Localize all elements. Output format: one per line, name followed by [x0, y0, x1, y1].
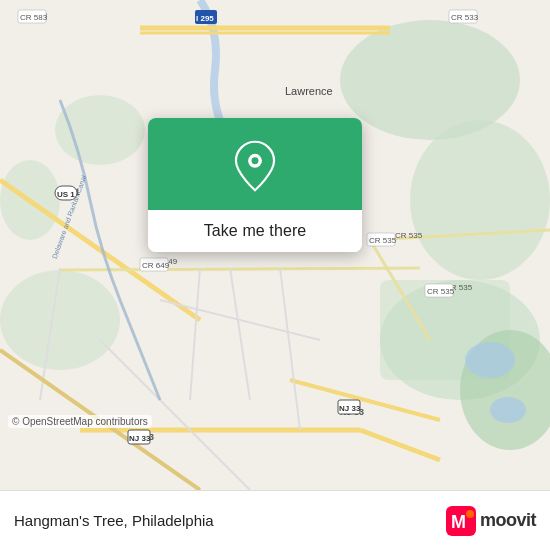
svg-point-57 [252, 157, 259, 164]
moovit-logo: M moovit [446, 506, 536, 536]
moovit-label: moovit [480, 510, 536, 531]
take-me-there-button[interactable]: Take me there [148, 210, 362, 252]
svg-text:I 295: I 295 [196, 14, 214, 23]
svg-text:CR 649: CR 649 [142, 261, 170, 270]
bottom-bar: Hangman's Tree, Philadelphia M moovit [0, 490, 550, 550]
svg-point-10 [490, 397, 526, 423]
svg-text:CR 535: CR 535 [369, 236, 397, 245]
svg-text:CR 535: CR 535 [427, 287, 455, 296]
svg-text:NJ 33: NJ 33 [129, 434, 151, 443]
location-pin-icon [229, 140, 281, 192]
map-container: I 295 US 1 CR 649 CR 535 CR 535 NJ 33 NJ… [0, 0, 550, 490]
moovit-logo-icon: M [446, 506, 476, 536]
svg-point-2 [410, 120, 550, 280]
svg-point-4 [0, 270, 120, 370]
svg-text:NJ 33: NJ 33 [339, 404, 361, 413]
osm-attribution-text: © OpenStreetMap contributors [12, 416, 148, 427]
svg-point-5 [55, 95, 145, 165]
svg-text:CR 533: CR 533 [451, 13, 479, 22]
svg-text:US 1: US 1 [57, 190, 75, 199]
svg-point-60 [466, 510, 474, 518]
osm-attribution: © OpenStreetMap contributors [8, 415, 152, 428]
svg-line-17 [60, 268, 420, 270]
popup-card: Take me there [148, 118, 362, 252]
svg-text:CR 535: CR 535 [395, 231, 423, 240]
location-name: Hangman's Tree, Philadelphia [14, 512, 214, 529]
svg-text:CR 583: CR 583 [20, 13, 48, 22]
svg-text:M: M [451, 512, 466, 532]
svg-text:Lawrence: Lawrence [285, 85, 333, 97]
popup-green-area [148, 118, 362, 210]
svg-point-9 [465, 342, 515, 378]
